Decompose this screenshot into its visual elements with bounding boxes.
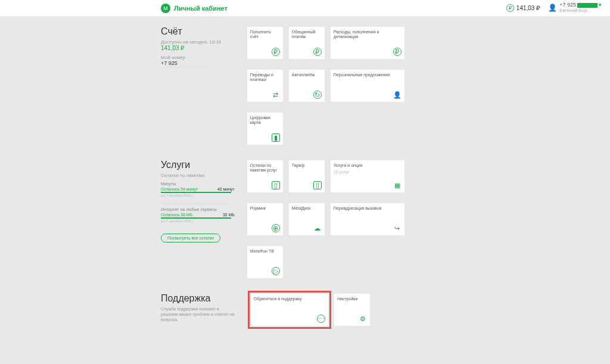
usage-internet-bar xyxy=(161,217,231,219)
card-label: МегаФон ТВ xyxy=(250,249,280,254)
account-available-label: Доступно на сегодня, 18:16 xyxy=(161,39,235,45)
ruble-icon: ₽ xyxy=(272,48,280,56)
battery-icon: ▯ xyxy=(272,181,280,189)
usage-minutes-date: до 7 октября 2020 г. xyxy=(161,194,235,197)
services-title: Услуги xyxy=(161,160,235,170)
user-menu[interactable]: 👤 +7 925 ▾ Евгений Бор... xyxy=(548,2,602,14)
header-balance[interactable]: ₽ 141,03 ₽ xyxy=(506,4,540,12)
play-icon: ▷ xyxy=(272,267,280,275)
card-contact-support[interactable]: Обратиться в поддержку ⋯ xyxy=(250,293,329,326)
phone-forward-icon: ↪ xyxy=(393,224,402,232)
usage-internet-total: 30 МБ xyxy=(223,213,235,217)
card-call-forwarding[interactable]: Переадресация вызовов ↪ xyxy=(330,203,405,236)
divider xyxy=(161,203,231,204)
support-desc: Служба поддержки поможет в решении ваших… xyxy=(161,306,236,322)
card-transfers[interactable]: Переводы и платежи ⇄ xyxy=(247,69,284,102)
gear-icon: ⚙ xyxy=(359,315,367,323)
card-digital-card[interactable]: Цифровая карта ▮ xyxy=(247,112,284,145)
support-title: Поддержка xyxy=(161,293,238,304)
card-packages[interactable]: Остатки по пакетам услуг ▯ xyxy=(247,160,284,193)
card-label: МегаДиск xyxy=(292,206,322,211)
card-label: Тариф xyxy=(292,163,322,168)
card-label: Персональные предложения xyxy=(334,73,402,77)
grid-icon: ▦ xyxy=(393,181,402,189)
card-sublabel: 10 услуг xyxy=(334,170,402,174)
ruble-icon: ₽ xyxy=(506,4,514,12)
usage-internet: Интернет на любые сервисы Осталось 30 МБ… xyxy=(161,207,235,223)
card-megadisk[interactable]: МегаДиск ☁ xyxy=(288,203,325,236)
masked-phone-icon xyxy=(577,3,597,8)
ruble-icon: ₽ xyxy=(393,48,402,56)
card-label: Пополнить счёт xyxy=(250,30,280,40)
usage-internet-left: Осталось 30 МБ xyxy=(161,213,192,217)
app-title: Личный кабинет xyxy=(174,5,228,12)
chevron-down-icon: ▾ xyxy=(599,2,602,8)
usage-internet-date: до 7 октября 2020 г. xyxy=(161,219,235,223)
logo[interactable]: М Личный кабинет xyxy=(161,4,228,13)
person-icon: 👤 xyxy=(393,91,402,99)
chat-icon: ⋯ xyxy=(317,315,325,323)
card-megafon-tv[interactable]: МегаФон ТВ ▷ xyxy=(247,245,284,279)
card-label: Услуги и опции xyxy=(334,163,402,168)
card-label: Обратиться в поддержку xyxy=(254,297,325,301)
card-label: Роуминг xyxy=(250,206,280,211)
top-bar: М Личный кабинет ₽ 141,03 ₽ 👤 +7 925 ▾ Е… xyxy=(0,0,610,17)
card-autopay[interactable]: Автоплатёж ↻ xyxy=(288,69,325,102)
my-number-label: Мой номер xyxy=(161,55,235,60)
card-label: Расходы, пополнения и детализация xyxy=(334,30,402,40)
card-label: Обещанный платёж xyxy=(292,30,322,40)
view-all-remainders-button[interactable]: Посмотреть все остатки xyxy=(161,234,220,242)
services-section: Услуги Остатки по пакетам: Минуты Остало… xyxy=(0,160,610,279)
card-label: Остатки по пакетам услуг xyxy=(250,163,280,173)
card-topup[interactable]: Пополнить счёт ₽ xyxy=(247,26,284,60)
support-section: Поддержка Служба поддержки поможет в реш… xyxy=(0,293,610,326)
card-label: Цифровая карта xyxy=(250,116,280,126)
usage-minutes: Минуты Осталось 59 минут 40 минут до 7 о… xyxy=(161,182,235,197)
usage-minutes-left: Осталось 59 минут xyxy=(161,187,198,191)
user-icon: 👤 xyxy=(548,4,557,12)
card-label: Переадресация вызовов xyxy=(334,206,402,211)
sim-icon: ▯ xyxy=(313,181,322,189)
card-personal-offers[interactable]: Персональные предложения 👤 xyxy=(330,69,405,102)
transfer-icon: ⇄ xyxy=(272,91,280,99)
card-expenses[interactable]: Расходы, пополнения и детализация ₽ xyxy=(330,26,405,60)
account-section: Счёт Доступно на сегодня, 18:16 141,03 ₽… xyxy=(0,26,610,145)
header-balance-value: 141,03 ₽ xyxy=(516,5,540,11)
remaining-label: Остатки по пакетам: xyxy=(161,173,235,178)
account-title: Счёт xyxy=(161,26,235,37)
cloud-icon: ☁ xyxy=(313,224,322,232)
card-options[interactable]: Услуги и опции 10 услуг ▦ xyxy=(330,160,405,193)
usage-minutes-label: Минуты xyxy=(161,182,235,186)
globe-icon: ⊕ xyxy=(272,224,280,232)
account-balance: 141,03 ₽ xyxy=(161,45,235,51)
card-roaming[interactable]: Роуминг ⊕ xyxy=(247,203,284,236)
my-number: +7 925 xyxy=(161,60,235,66)
card-label: Настройки xyxy=(337,297,367,301)
phone-underline xyxy=(161,67,208,67)
card-icon: ▮ xyxy=(272,133,280,142)
autopay-icon: ↻ xyxy=(313,91,322,99)
usage-internet-label: Интернет на любые сервисы xyxy=(161,207,235,211)
card-label: Автоплатёж xyxy=(292,73,322,77)
card-label: Переводы и платежи xyxy=(250,73,280,83)
usage-minutes-bar xyxy=(161,192,231,193)
card-tariff[interactable]: Тариф ▯ xyxy=(288,160,325,193)
card-promised-payment[interactable]: Обещанный платёж ₽ xyxy=(288,26,325,60)
usage-minutes-total: 40 минут xyxy=(217,187,235,191)
ruble-clock-icon: ₽ xyxy=(313,48,322,56)
card-settings[interactable]: Настройки ⚙ xyxy=(334,293,371,326)
user-name: Евгений Бор... xyxy=(559,8,602,14)
logo-icon: М xyxy=(161,4,170,13)
